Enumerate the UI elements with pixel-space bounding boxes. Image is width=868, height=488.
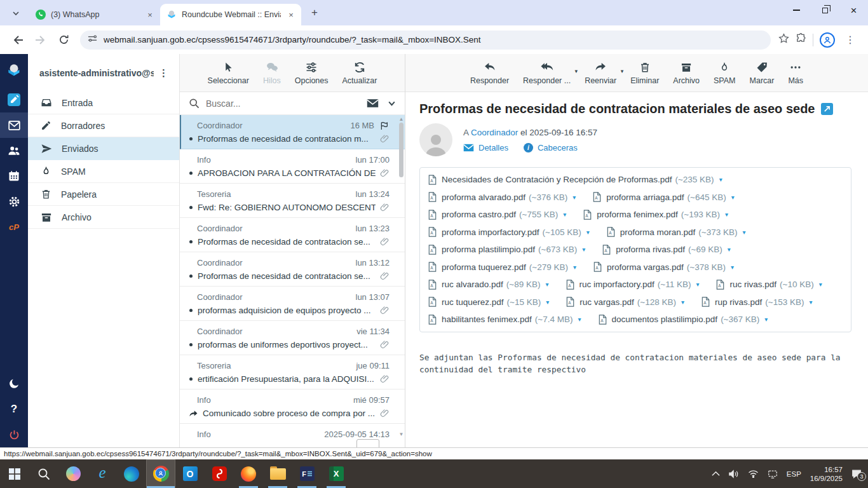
help-icon[interactable]: ?	[0, 396, 28, 422]
attachment-name[interactable]: proforma tuquerez.pdf	[442, 262, 526, 272]
attachment-name[interactable]: ruc vargas.pdf	[580, 297, 634, 307]
attachment-menu-caret-icon[interactable]: ▾	[743, 229, 746, 236]
settings-gear-icon[interactable]	[0, 189, 28, 214]
search-scope-mail-icon[interactable]	[367, 98, 379, 108]
start-button[interactable]	[0, 459, 29, 488]
taskbar-fex-app-icon[interactable]: F	[292, 459, 322, 488]
recipient-link[interactable]: Coordinador	[471, 128, 518, 137]
folder-enviados[interactable]: Enviados	[28, 137, 179, 160]
forward-button[interactable]: Reenviar ▾	[585, 61, 616, 85]
delete-button[interactable]: Eliminar	[630, 61, 659, 85]
folder-papelera[interactable]: Papelera	[28, 183, 179, 206]
attachment-item[interactable]: Aproforma vargas.pdf(~378 KB)▾	[593, 262, 734, 272]
attachment-item[interactable]: Aproforma moran.pdf(~373 KB)▾	[607, 227, 746, 237]
open-in-new-window-icon[interactable]	[821, 103, 833, 115]
scroll-up-icon[interactable]: ▲	[398, 116, 404, 122]
attachment-name[interactable]: proforma rivas.pdf	[616, 245, 685, 254]
tab-roundcube[interactable]: Roundcube Webmail :: Enviados ×	[160, 4, 301, 25]
bookmark-star-icon[interactable]	[778, 33, 789, 46]
attachment-menu-caret-icon[interactable]: ▾	[546, 299, 549, 306]
refresh-list-button[interactable]: Actualizar	[342, 61, 377, 85]
calendar-nav-icon[interactable]	[0, 163, 28, 189]
attachment-item[interactable]: Aruc vargas.pdf(~128 KB)▾	[566, 297, 684, 307]
attachment-item[interactable]: Aruc imporfactory.pdf(~11 KB)▾	[566, 280, 700, 290]
folder-menu-icon[interactable]: ⋮	[154, 67, 174, 79]
message-row[interactable]: Infomié 09:57Comunicado sobre proceso de…	[180, 390, 405, 424]
attachment-name[interactable]: ruc tuquerez.pdf	[442, 297, 504, 307]
message-row[interactable]: Coordinador16 MBProformas de necesidad d…	[180, 115, 405, 149]
attachment-item[interactable]: Aruc tuquerez.pdf(~15 KB)▾	[428, 297, 549, 307]
message-row[interactable]: Info2025-09-05 14:13	[180, 424, 405, 440]
attachment-menu-caret-icon[interactable]: ▾	[582, 246, 585, 253]
folder-spam[interactable]: SPAM	[28, 160, 179, 183]
site-info-icon[interactable]	[88, 34, 97, 46]
options-button[interactable]: Opciones	[295, 61, 329, 85]
new-tab-button[interactable]: +	[306, 4, 323, 21]
notifications-icon[interactable]: 3	[851, 469, 862, 478]
folder-archivo[interactable]: Archivo	[28, 206, 179, 229]
mark-button[interactable]: Marcar	[750, 61, 775, 85]
contacts-nav-icon[interactable]	[0, 138, 28, 163]
message-row[interactable]: Coordinadorlun 13:23Proformas de necesid…	[180, 218, 405, 252]
list-scrollbar[interactable]: ▲ ▼	[398, 116, 404, 446]
taskbar-search-icon[interactable]	[29, 459, 58, 488]
attachment-item[interactable]: Aruc alvarado.pdf(~89 KB)▾	[428, 280, 549, 290]
attachment-name[interactable]: ruc rivas.pdf	[729, 280, 776, 289]
compose-button[interactable]	[0, 87, 28, 112]
attachment-menu-caret-icon[interactable]: ▾	[681, 299, 684, 306]
message-row[interactable]: Infolun 17:00APROBACION PARA LA CONTRATA…	[180, 149, 405, 184]
attachment-menu-caret-icon[interactable]: ▾	[545, 281, 548, 288]
taskbar-file-explorer-icon[interactable]	[263, 459, 292, 488]
attachment-menu-caret-icon[interactable]: ▾	[809, 299, 812, 306]
flag-icon[interactable]	[379, 121, 390, 131]
mail-nav-icon[interactable]	[0, 112, 28, 138]
attachment-name[interactable]: proforma vargas.pdf	[607, 262, 684, 272]
folder-borradores[interactable]: Borradores	[28, 114, 179, 137]
attachment-item[interactable]: Aproforma castro.pdf(~755 KB)▾	[428, 210, 566, 220]
connect-display-icon[interactable]	[768, 470, 778, 478]
attachment-name[interactable]: ruc imporfactory.pdf	[580, 280, 654, 289]
taskbar-edge-icon[interactable]	[117, 459, 146, 488]
attachment-name[interactable]: habilitantes fenimex.pdf	[442, 315, 532, 324]
page-input[interactable]	[356, 439, 379, 447]
reply-button[interactable]: Responder	[470, 61, 509, 85]
dark-mode-moon-icon[interactable]	[0, 371, 28, 396]
attachment-item[interactable]: Aproforma tuquerez.pdf(~279 KB)▾	[428, 262, 576, 272]
attachment-menu-caret-icon[interactable]: ▾	[719, 176, 722, 183]
tab-search-chevron-icon[interactable]	[8, 5, 24, 22]
url-input[interactable]: webmail.sanjuan.gob.ec/cpsess9615474671/…	[80, 30, 771, 50]
tab-whatsapp[interactable]: (3) WhatsApp ×	[29, 4, 160, 25]
search-bar[interactable]: Buscar...	[180, 92, 405, 115]
forward-caret-icon[interactable]: ▾	[621, 68, 624, 74]
attachment-menu-caret-icon[interactable]: ▾	[731, 264, 734, 271]
tab-close-icon[interactable]: ×	[286, 10, 296, 20]
taskbar-copilot-icon[interactable]	[58, 459, 88, 488]
minimize-button[interactable]	[782, 0, 811, 20]
refresh-icon[interactable]	[54, 30, 73, 50]
tray-clock[interactable]: 16:57 16/9/2025	[810, 465, 843, 483]
profile-avatar[interactable]	[820, 32, 835, 48]
select-button[interactable]: Seleccionar	[208, 61, 249, 85]
taskbar-firefox-icon[interactable]	[234, 459, 263, 488]
close-button[interactable]: ×	[839, 0, 868, 20]
volume-icon[interactable]	[729, 470, 739, 478]
search-options-chevron-icon[interactable]	[388, 99, 396, 107]
attachment-item[interactable]: Ahabilitantes fenimex.pdf(~7.4 MB)▾	[428, 315, 581, 325]
scrollbar-thumb[interactable]	[399, 123, 403, 177]
archive-button[interactable]: Archivo	[673, 61, 700, 85]
browser-menu-icon[interactable]: ⋮	[841, 34, 859, 46]
attachment-name[interactable]: ruc alvarado.pdf	[442, 280, 503, 289]
attachment-menu-caret-icon[interactable]: ▾	[573, 264, 576, 271]
attachment-name[interactable]: proforma fenimex.pdf	[597, 210, 678, 219]
attachment-item[interactable]: Aproforma rivas.pdf(~69 KB)▾	[602, 245, 730, 255]
attachment-name[interactable]: proforma alvarado.pdf	[442, 193, 526, 202]
attachment-name[interactable]: rup rivas.pdf	[715, 297, 762, 307]
taskbar-chrome-icon[interactable]	[146, 459, 175, 488]
reply-all-button[interactable]: Responder ... ▾	[523, 61, 571, 85]
attachment-menu-caret-icon[interactable]: ▾	[725, 211, 728, 218]
attachment-item[interactable]: Aproforma fenimex.pdf(~193 KB)▾	[583, 210, 728, 220]
attachment-name[interactable]: proforma castro.pdf	[442, 210, 516, 219]
reply-all-caret-icon[interactable]: ▾	[575, 68, 578, 74]
headers-toggle[interactable]: i Cabeceras	[524, 143, 578, 152]
forward-icon[interactable]	[31, 30, 50, 50]
